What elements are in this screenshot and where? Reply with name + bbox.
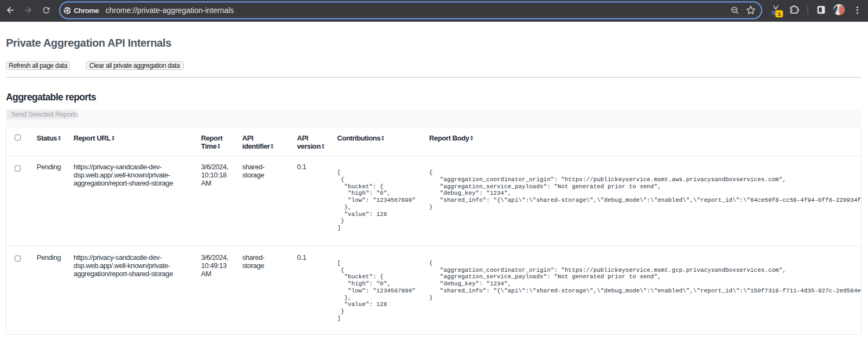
svg-text:1: 1 [778, 11, 781, 17]
svg-text:Chrome: Chrome [74, 7, 99, 15]
svg-text:chrome://private-aggregation-i: chrome://private-aggregation-internals [106, 6, 234, 15]
